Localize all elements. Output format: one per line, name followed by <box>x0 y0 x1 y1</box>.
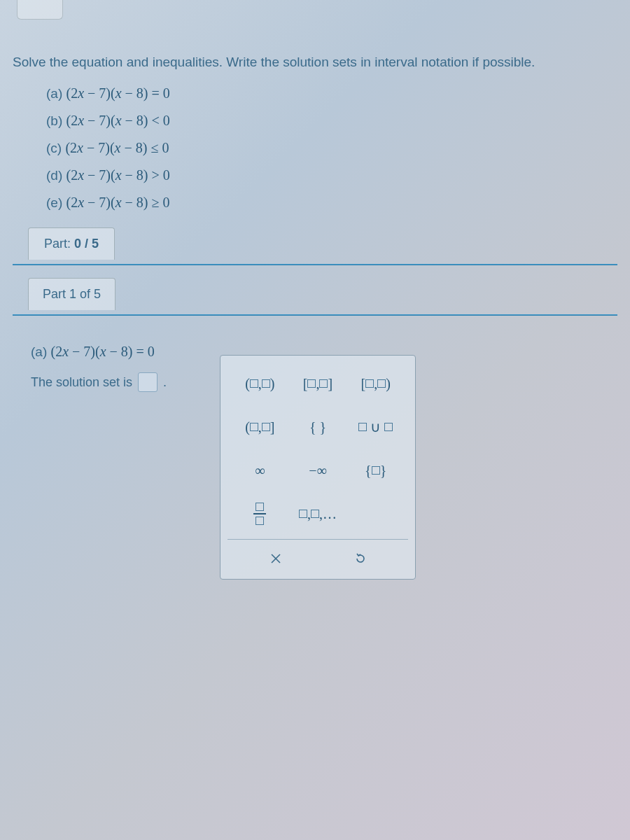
list-button[interactable]: ,,… <box>293 498 342 529</box>
interval-open-open-button[interactable]: (,) <box>235 368 284 399</box>
palette-footer <box>227 539 408 579</box>
set-single-button[interactable]: {} <box>351 455 400 486</box>
problem-a-expr: (2x − 7)(x − 8) = 0 <box>66 85 170 101</box>
empty-braces-button[interactable]: { } <box>293 412 342 442</box>
infinity-button[interactable]: ∞ <box>235 455 284 486</box>
problem-a: (a) (2x − 7)(x − 8) = 0 <box>46 85 617 102</box>
reset-button[interactable] <box>343 547 378 570</box>
current-expr: (2x − 7)(x − 8) = 0 <box>51 344 155 359</box>
close-icon <box>270 552 282 565</box>
fraction-button[interactable] <box>235 498 284 529</box>
current-label: (a) <box>31 344 47 359</box>
answer-input[interactable] <box>138 372 158 392</box>
palette-grid: (,) [,] [,) (,] { } ∪ ∞ <box>227 364 408 539</box>
progress-box[interactable]: Part: 0 / 5 <box>28 227 115 260</box>
divider-1 <box>13 264 617 265</box>
neg-infinity-button[interactable]: −∞ <box>293 455 342 486</box>
symbol-palette: (,) [,] [,) (,] { } ∪ ∞ <box>220 355 416 580</box>
clear-button[interactable] <box>258 547 293 570</box>
answer-suffix: . <box>163 375 167 390</box>
part-section: Part 1 of 5 (a) (2x − 7)(x − 8) = 0 The … <box>13 278 617 392</box>
interval-closed-open-button[interactable]: [,) <box>351 368 400 399</box>
problem-b-label: (b) <box>46 113 62 128</box>
problem-d-label: (d) <box>46 168 62 183</box>
problem-c: (c) (2x − 7)(x − 8) ≤ 0 <box>46 140 617 156</box>
undo-icon <box>354 552 368 566</box>
problem-e: (e) (2x − 7)(x − 8) ≥ 0 <box>46 195 617 211</box>
progress-prefix: Part: <box>44 237 71 251</box>
problem-c-expr: (2x − 7)(x − 8) ≤ 0 <box>65 140 169 155</box>
problem-e-label: (e) <box>46 195 62 210</box>
problem-d-expr: (2x − 7)(x − 8) > 0 <box>66 167 170 183</box>
problem-c-label: (c) <box>46 141 62 155</box>
part-header-wrap: Part 1 of 5 <box>13 278 617 314</box>
answer-area: (a) (2x − 7)(x − 8) = 0 The solution set… <box>13 316 617 392</box>
interval-closed-closed-button[interactable]: [,] <box>293 368 342 399</box>
cutoff-ui-fragment <box>17 0 63 20</box>
question-page: Solve the equation and inequalities. Wri… <box>0 0 630 392</box>
union-button[interactable]: ∪ <box>351 412 400 442</box>
progress-wrap: Part: 0 / 5 <box>13 227 617 262</box>
problem-b-expr: (2x − 7)(x − 8) < 0 <box>66 113 170 128</box>
problem-d: (d) (2x − 7)(x − 8) > 0 <box>46 167 617 183</box>
answer-prompt: The solution set is <box>31 375 132 390</box>
progress-value: 0 / 5 <box>74 237 99 251</box>
problem-b: (b) (2x − 7)(x − 8) < 0 <box>46 113 617 129</box>
part-header: Part 1 of 5 <box>28 278 115 310</box>
interval-open-closed-button[interactable]: (,] <box>235 412 284 442</box>
problem-e-expr: (2x − 7)(x − 8) ≥ 0 <box>66 195 170 210</box>
problem-a-label: (a) <box>46 86 62 101</box>
instruction-text: Solve the equation and inequalities. Wri… <box>13 55 617 70</box>
problem-list: (a) (2x − 7)(x − 8) = 0 (b) (2x − 7)(x −… <box>13 85 617 211</box>
